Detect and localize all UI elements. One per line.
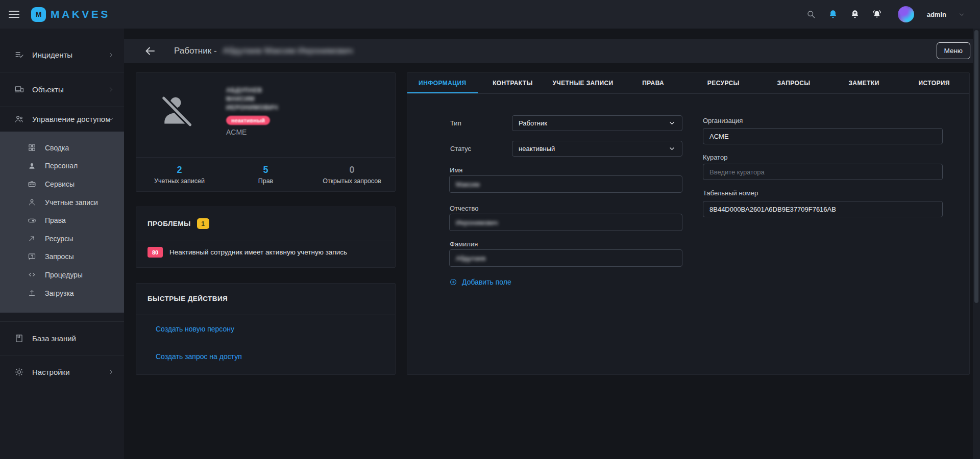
sidebar-item-label: Процедуры	[45, 271, 83, 279]
sidebar-item-personnel[interactable]: Персонал	[0, 157, 124, 175]
add-field-link[interactable]: Добавить поле	[449, 278, 511, 286]
person-filled-icon	[28, 162, 36, 170]
sidebar-item-label: Загрузка	[45, 289, 74, 297]
tab-rights[interactable]: ПРАВА	[618, 73, 689, 93]
problem-text: Неактивный сотрудник имеет активную учет…	[169, 248, 347, 256]
organization-input[interactable]: ACME	[703, 128, 943, 144]
stat-label: Прав	[258, 177, 274, 185]
first-name-input[interactable]: Максим	[449, 175, 682, 193]
organization-value: ACME	[709, 133, 729, 140]
profile-name-line: АБДУЛАЕВ	[226, 86, 278, 95]
arrow-up-right-icon	[28, 234, 36, 243]
chevron-right-icon	[107, 86, 115, 93]
sidebar-item-objects[interactable]: Объекты	[0, 72, 124, 107]
sidebar-item-access-management[interactable]: Управление доступом	[0, 107, 124, 132]
page-title-prefix: Работник -	[174, 46, 217, 56]
tab-resources[interactable]: РЕСУРСЫ	[689, 73, 759, 93]
first-name-value: Максим	[456, 181, 480, 188]
employee-id-value: 8B44D000BA2601A6DB9E37709F7616AB	[709, 206, 836, 213]
brand[interactable]: M MAKVES	[31, 7, 110, 22]
page-title: Работник - Абдулаев Максим Иеронимович	[174, 46, 353, 56]
problem-row[interactable]: 80 Неактивный сотрудник имеет активную у…	[148, 247, 387, 258]
stat-value: 0	[349, 165, 354, 175]
people-icon	[14, 114, 24, 124]
curator-placeholder: Введите куратора	[709, 168, 765, 176]
sidebar-item-upload[interactable]: Загрузка	[0, 284, 124, 302]
problems-header: ПРОБЛЕМЫ 1	[148, 218, 209, 229]
sidebar-item-accounts[interactable]: Учетные записи	[0, 193, 124, 212]
menu-button[interactable]: Меню	[937, 42, 971, 59]
chevron-down-icon	[668, 145, 676, 152]
sidebar-item-label: База знаний	[32, 334, 76, 343]
create-access-request-link[interactable]: Создать запрос на доступ	[156, 352, 242, 361]
code-brackets-icon	[28, 270, 36, 279]
bell-ring-icon[interactable]	[872, 9, 882, 19]
tab-history[interactable]: ИСТОРИЯ	[899, 73, 969, 93]
sidebar-item-incidents[interactable]: Инциденты	[0, 37, 124, 72]
sidebar-item-knowledge-base[interactable]: База знаний	[0, 321, 124, 355]
create-person-link[interactable]: Создать новую персону	[156, 325, 234, 333]
sidebar-item-label: Инциденты	[32, 50, 72, 59]
bell-add-icon[interactable]	[850, 9, 860, 19]
profile-name-line: МАКСИМ	[226, 95, 278, 104]
stat-accounts[interactable]: 2 Учетных записей	[136, 158, 223, 191]
sidebar-item-settings[interactable]: Настройки	[0, 355, 124, 389]
sidebar: Инциденты Объекты Управление доступом	[0, 29, 124, 459]
brand-letter: M	[36, 10, 42, 18]
grid-icon	[28, 143, 36, 152]
bell-filled-icon[interactable]	[828, 9, 838, 19]
type-select[interactable]: Работник	[512, 115, 682, 131]
chevron-right-icon	[107, 368, 115, 376]
tab-information[interactable]: ИНФОРМАЦИЯ	[407, 73, 478, 93]
first-name-label: Имя	[450, 166, 462, 174]
status-label: Статус	[450, 145, 471, 152]
page-header: Работник - Абдулаев Максим Иеронимович М…	[124, 39, 980, 63]
middle-name-input[interactable]: Иеронимович	[449, 214, 682, 231]
back-arrow-icon[interactable]	[144, 45, 156, 57]
person-off-icon	[159, 92, 195, 129]
sidebar-item-label: Права	[45, 216, 66, 224]
brand-logo-icon: M	[31, 7, 46, 22]
status-value: неактивный	[519, 145, 555, 152]
profile-name: АБДУЛАЕВ МАКСИМ ИЕРОНИМОВИЧ	[226, 86, 278, 112]
access-management-submenu: Сводка Персонал Сервисы Учетные записи	[0, 132, 124, 313]
stat-rights[interactable]: 5 Прав	[223, 158, 309, 191]
problems-title: ПРОБЛЕМЫ	[148, 220, 191, 227]
incidents-list-check-icon	[14, 50, 24, 60]
toggle-icon	[28, 216, 36, 225]
sidebar-item-services[interactable]: Сервисы	[0, 175, 124, 193]
username[interactable]: admin	[927, 11, 946, 18]
chat-question-icon	[28, 252, 36, 261]
stat-open-requests[interactable]: 0 Открытых запросов	[309, 158, 395, 191]
tab-requests[interactable]: ЗАПРОСЫ	[758, 73, 829, 93]
sidebar-item-rights[interactable]: Права	[0, 211, 124, 230]
type-value: Работник	[519, 119, 547, 127]
sidebar-item-label: Объекты	[32, 85, 64, 94]
curator-input[interactable]: Введите куратора	[703, 164, 943, 180]
caret-down-icon[interactable]	[958, 11, 966, 18]
middle-name-value: Иеронимович	[456, 219, 498, 226]
chevron-right-icon	[107, 51, 115, 59]
profile-card: АБДУЛАЕВ МАКСИМ ИЕРОНИМОВИЧ неактивный A…	[136, 72, 396, 192]
user-avatar[interactable]	[898, 6, 914, 22]
employee-id-label: Табельный номер	[703, 189, 758, 197]
last-name-input[interactable]: Абдулаев	[449, 249, 682, 267]
quick-actions-card: БЫСТРЫЕ ДЕЙСТВИЯ Создать новую персону С…	[136, 283, 396, 375]
hamburger-icon[interactable]	[9, 9, 20, 20]
tab-notes[interactable]: ЗАМЕТКИ	[829, 73, 899, 93]
sidebar-item-requests[interactable]: Запросы	[0, 248, 124, 266]
chevron-down-icon	[107, 115, 115, 123]
status-select[interactable]: неактивный	[512, 141, 682, 157]
scrollbar-track	[973, 29, 980, 459]
search-icon[interactable]	[806, 9, 816, 19]
sidebar-item-summary[interactable]: Сводка	[0, 139, 124, 157]
sidebar-item-label: Персонал	[45, 162, 78, 170]
employee-id-input[interactable]: 8B44D000BA2601A6DB9E37709F7616AB	[703, 201, 943, 217]
devices-icon	[14, 85, 24, 94]
scrollbar-thumb[interactable]	[974, 30, 978, 303]
sidebar-item-resources[interactable]: Ресурсы	[0, 230, 124, 248]
tab-contracts[interactable]: КОНТРАКТЫ	[478, 73, 548, 93]
stat-value: 5	[263, 165, 268, 175]
sidebar-item-procedures[interactable]: Процедуры	[0, 266, 124, 284]
tab-accounts[interactable]: УЧЕТНЫЕ ЗАПИСИ	[548, 73, 618, 93]
